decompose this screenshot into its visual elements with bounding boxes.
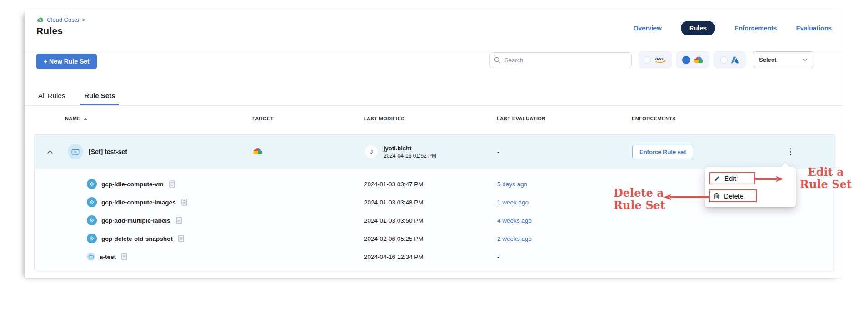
search-input[interactable] (489, 52, 632, 68)
kebab-menu-icon[interactable] (788, 146, 794, 158)
rule-last-modified: 2024-01-03 03:48 PM (364, 199, 497, 206)
document-icon[interactable] (178, 235, 184, 242)
rule-last-evaluation: - (497, 253, 632, 260)
filter-select-dropdown[interactable]: Select (753, 51, 813, 68)
column-header-enforcements: ENFORCEMENTS (632, 116, 835, 121)
rule-icon (87, 197, 97, 207)
provider-toggle-gcp[interactable] (676, 51, 709, 68)
provider-toggle-aws[interactable]: aws (639, 51, 672, 68)
trash-icon (713, 193, 720, 199)
column-header-name[interactable]: NAME (65, 116, 252, 121)
rule-last-modified: 2024-02-06 05:25 PM (364, 235, 497, 242)
target-cell (253, 147, 364, 157)
rule-set-small-icon (87, 253, 95, 261)
svg-text:$: $ (39, 18, 41, 22)
context-menu-edit-label: Edit (724, 174, 736, 182)
rule-name[interactable]: gcp-idle-compute-vm (101, 181, 164, 188)
edit-annotation-label: Edit a Rule Set (794, 166, 858, 191)
azure-logo-icon (731, 56, 739, 64)
nav-tab-evaluations[interactable]: Evaluations (796, 25, 832, 32)
rule-row: gcp-add-multiple-labels 2024-01-03 03:50… (35, 211, 835, 229)
modified-at-timestamp: 2024-04-16 01:52 PM (384, 153, 436, 159)
radio-unchecked-icon (720, 56, 728, 64)
rule-set-name[interactable]: [Set] test-set (89, 148, 127, 155)
document-icon[interactable] (176, 217, 182, 224)
rule-name[interactable]: gcp-add-multiple-labels (101, 217, 170, 224)
pencil-icon (714, 175, 720, 182)
context-menu-delete[interactable]: Delete (709, 189, 757, 202)
new-rule-set-button[interactable]: + New Rule Set (36, 54, 97, 69)
rule-icon (87, 215, 97, 225)
context-menu-delete-label: Delete (724, 192, 743, 200)
document-icon[interactable] (169, 180, 175, 188)
collapse-toggle[interactable] (35, 150, 65, 154)
provider-toggle-azure[interactable] (714, 51, 746, 68)
document-icon[interactable] (121, 253, 127, 260)
page-title: Rules (36, 25, 63, 36)
tab-rule-sets[interactable]: Rule Sets (80, 92, 119, 105)
context-menu-edit[interactable]: Edit (709, 172, 755, 184)
gcp-logo-icon (693, 55, 704, 64)
table-header-row: NAME TARGET LAST MODIFIED LAST EVALUATIO… (34, 116, 835, 121)
chevron-up-icon (47, 150, 53, 154)
rule-last-modified: 2024-01-03 03:50 PM (364, 217, 497, 224)
gcp-target-icon (253, 147, 263, 155)
rule-last-modified: 2024-01-03 03:47 PM (364, 181, 497, 188)
cloud-costs-icon: $ (36, 17, 44, 23)
column-header-last-modified: LAST MODIFIED (364, 116, 497, 121)
rule-name[interactable]: gcp-idle-compute-images (101, 199, 176, 206)
rule-last-evaluation-link[interactable]: 5 days ago (497, 181, 632, 188)
nav-tab-overview[interactable]: Overview (634, 25, 662, 32)
rule-row: gcp-delete-old-snapshot 2024-02-06 05:25… (35, 229, 835, 248)
rules-tabs: All Rules Rule Sets (25, 86, 843, 106)
search-icon (494, 57, 500, 63)
tab-all-rules[interactable]: All Rules (35, 92, 69, 105)
breadcrumb: $ Cloud Costs > (36, 16, 85, 23)
last-evaluation-value: - (497, 149, 632, 155)
document-icon[interactable] (181, 199, 187, 206)
modified-by-user: jyoti.bisht (384, 145, 436, 152)
rule-icon (87, 179, 97, 189)
radio-checked-icon (682, 56, 690, 64)
rule-name[interactable]: a-test (100, 253, 116, 260)
delete-annotation-label: Delete a Rule Set (614, 187, 672, 212)
column-header-target: TARGET (252, 116, 364, 121)
svg-text:aws: aws (655, 56, 664, 61)
sort-ascending-icon (84, 118, 87, 120)
column-header-last-evaluation: LAST EVALUATION (497, 116, 632, 121)
row-context-menu: Edit Delete (705, 167, 796, 207)
breadcrumb-separator-icon: > (82, 16, 85, 23)
rule-set-row[interactable]: [Set] test-set J (35, 135, 835, 169)
top-nav: Overview Rules Enforcements Evaluations (634, 21, 832, 35)
breadcrumb-link-cloud-costs[interactable]: Cloud Costs (47, 16, 79, 23)
column-header-label: NAME (65, 116, 80, 121)
rule-row: a-test 2024-04-16 12:34 PM - (35, 248, 835, 266)
radio-unchecked-icon (644, 56, 651, 64)
enforce-rule-set-button[interactable]: Enforce Rule set (632, 145, 693, 159)
chevron-down-icon (803, 58, 808, 61)
rule-last-evaluation-link[interactable]: 2 weeks ago (497, 235, 632, 242)
rule-name[interactable]: gcp-delete-old-snapshot (101, 235, 173, 242)
search-box (489, 52, 632, 68)
rule-icon (87, 234, 97, 243)
nav-tab-rules[interactable]: Rules (681, 21, 715, 35)
edit-annotation-arrow (755, 175, 784, 183)
avatar: J (364, 144, 379, 159)
nav-tab-enforcements[interactable]: Enforcements (734, 25, 777, 32)
rules-page-panel: $ Cloud Costs > Rules Overview Rules Enf… (25, 9, 843, 278)
rule-last-evaluation-link[interactable]: 1 week ago (497, 199, 632, 206)
aws-logo-icon: aws (654, 56, 667, 64)
rule-last-modified: 2024-04-16 12:34 PM (364, 253, 497, 260)
filter-select-value: Select (759, 56, 803, 63)
rule-last-evaluation-link[interactable]: 4 weeks ago (497, 217, 632, 224)
rule-set-icon (68, 144, 83, 159)
